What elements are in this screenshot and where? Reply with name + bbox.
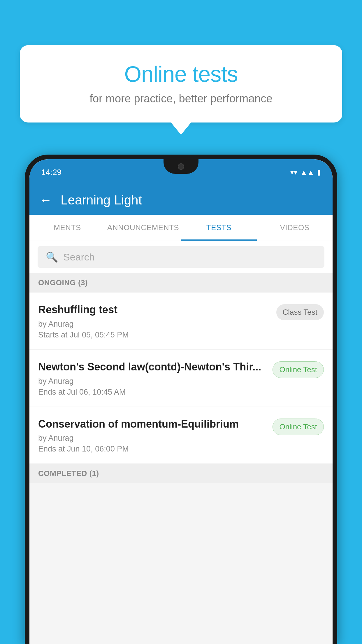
tab-tests[interactable]: TESTS (181, 215, 257, 241)
test-author-1: by Anurag (38, 320, 270, 329)
phone-frame: 14:29 ▾▾ ▲▲ ▮ ← Learning Light MENTS ANN… (25, 155, 337, 644)
status-icons: ▾▾ ▲▲ ▮ (290, 168, 321, 176)
completed-section-header: COMPLETED (1) (29, 464, 333, 483)
test-info-1: Reshuffling test by Anurag Starts at Jul… (38, 303, 270, 340)
test-name-1: Reshuffling test (38, 303, 270, 317)
signal-icon: ▲▲ (300, 168, 314, 176)
battery-icon: ▮ (317, 168, 321, 176)
bubble-subtitle: for more practice, better performance (37, 92, 325, 105)
test-item-1[interactable]: Reshuffling test by Anurag Starts at Jul… (29, 293, 333, 350)
app-header: ← Learning Light (29, 186, 333, 215)
speech-bubble: Online tests for more practice, better p… (20, 45, 342, 123)
test-author-2: by Anurag (38, 377, 267, 386)
search-bar[interactable]: 🔍 Search (38, 246, 324, 268)
notch-cutout (164, 159, 198, 174)
test-badge-1: Class Test (276, 304, 324, 320)
test-name-2: Newton's Second law(contd)-Newton's Thir… (38, 360, 267, 374)
test-author-3: by Anurag (38, 434, 267, 443)
tabs-bar: MENTS ANNOUNCEMENTS TESTS VIDEOS (29, 215, 333, 241)
search-placeholder: Search (63, 251, 95, 263)
app-title: Learning Light (61, 193, 142, 207)
test-item-3[interactable]: Conservation of momentum-Equilibrium by … (29, 407, 333, 464)
status-bar: 14:29 ▾▾ ▲▲ ▮ (29, 159, 333, 186)
status-time: 14:29 (41, 168, 61, 177)
tab-ments[interactable]: MENTS (29, 215, 105, 241)
tab-announcements[interactable]: ANNOUNCEMENTS (105, 215, 181, 241)
search-icon: 🔍 (46, 251, 58, 263)
ongoing-section-header: ONGOING (3) (29, 273, 333, 293)
search-container: 🔍 Search (29, 241, 333, 273)
test-item-2[interactable]: Newton's Second law(contd)-Newton's Thir… (29, 350, 333, 407)
test-badge-3: Online Test (273, 419, 324, 435)
wifi-icon: ▾▾ (290, 168, 297, 176)
test-badge-2: Online Test (273, 361, 324, 378)
bubble-title: Online tests (37, 61, 325, 87)
test-info-2: Newton's Second law(contd)-Newton's Thir… (38, 360, 267, 397)
test-list: Reshuffling test by Anurag Starts at Jul… (29, 293, 333, 464)
test-info-3: Conservation of momentum-Equilibrium by … (38, 417, 267, 454)
test-time-1: Starts at Jul 05, 05:45 PM (38, 330, 270, 340)
back-button[interactable]: ← (40, 193, 52, 207)
camera (178, 163, 184, 170)
speech-bubble-container: Online tests for more practice, better p… (20, 45, 342, 123)
test-name-3: Conservation of momentum-Equilibrium (38, 417, 267, 431)
phone-screen: 14:29 ▾▾ ▲▲ ▮ ← Learning Light MENTS ANN… (29, 159, 333, 644)
tab-videos[interactable]: VIDEOS (257, 215, 333, 241)
test-time-2: Ends at Jul 06, 10:45 AM (38, 388, 267, 397)
test-time-3: Ends at Jun 10, 06:00 PM (38, 444, 267, 454)
